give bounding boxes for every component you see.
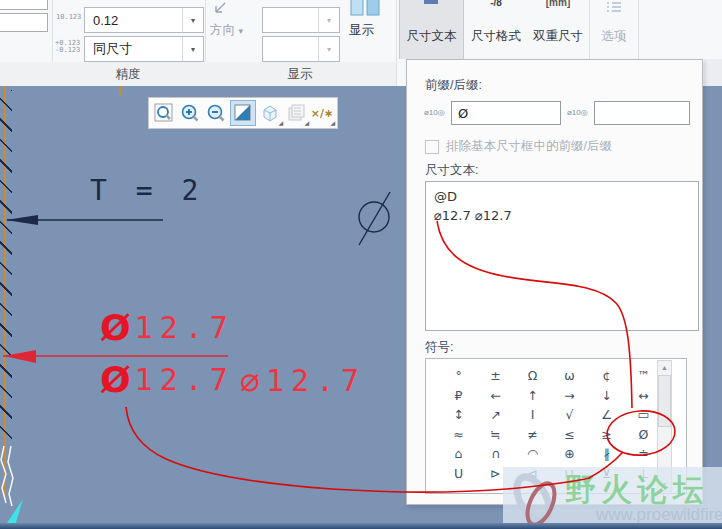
symbols-label: 符号: bbox=[425, 339, 453, 356]
symbol-cell[interactable]: ≒ bbox=[477, 425, 514, 445]
diameter-symbol: ⌀ bbox=[240, 363, 260, 396]
symbol-cell[interactable]: ≈ bbox=[440, 425, 477, 445]
exclude-prefix-checkbox-row: 排除基本尺寸框中的前缀/后缀 bbox=[425, 138, 612, 155]
mm-unit-icon: [mm] bbox=[528, 0, 588, 8]
symbol-cell[interactable]: ↓ bbox=[588, 386, 625, 406]
display-style-button[interactable]: ◢ bbox=[258, 101, 282, 125]
watermark-logo bbox=[505, 471, 567, 529]
dimension-red-3[interactable]: ⌀ 12.7 bbox=[240, 363, 366, 396]
bottom-edge-strip bbox=[0, 523, 722, 529]
symbol-cell[interactable]: I bbox=[514, 405, 551, 425]
symbol-cell[interactable]: ◠ bbox=[514, 444, 551, 464]
tolerance-precision-combobox[interactable]: 同尺寸 ▾ bbox=[84, 36, 204, 62]
symbol-cell[interactable]: U bbox=[440, 464, 477, 484]
checkbox[interactable] bbox=[425, 140, 439, 154]
scrollbar-thumb[interactable] bbox=[658, 375, 671, 427]
tolerance-precision-icon: +0.123 -0.123 bbox=[55, 40, 80, 54]
symbol-cell[interactable]: ⊕ bbox=[551, 444, 588, 464]
display-columns-icon bbox=[350, 0, 382, 16]
cropped-tab-icon bbox=[424, 0, 438, 4]
chevron-down-icon[interactable]: ▾ bbox=[182, 37, 203, 61]
diameter-symbol: Ø bbox=[100, 310, 131, 346]
watermark: 野火论坛 www.proewildfire.cn bbox=[503, 467, 722, 529]
symbols-grid: °±Ωω¢™₽←↑→↓↔↕↗I√∠▭≈≒≠≤≥Ø⌂∩◠⊕∦≐U⊳⊲⊔⊻⊥ bbox=[440, 366, 662, 483]
prefix-field-icon: ⌀10◎ bbox=[424, 108, 445, 117]
symbol-cell[interactable]: ↗ bbox=[477, 405, 514, 425]
tab-dimension-format[interactable]: -/8 尺寸格式 bbox=[465, 0, 527, 59]
symbol-cell[interactable]: ± bbox=[477, 366, 514, 386]
chevron-down-icon[interactable]: ▾ bbox=[182, 8, 203, 32]
symbol-cell[interactable]: ↑ bbox=[514, 386, 551, 406]
chevron-down-icon[interactable]: ◢ bbox=[330, 119, 335, 126]
chevron-down-icon: ▾ bbox=[238, 26, 243, 36]
repaint-button[interactable] bbox=[230, 100, 256, 126]
zoom-in-button[interactable] bbox=[178, 101, 202, 125]
suffix-field-icon: ⌀10◎ bbox=[567, 108, 588, 117]
diameter-symbol: Ø bbox=[100, 362, 131, 398]
group-label-display: 显示 bbox=[230, 66, 370, 83]
symbol-cell[interactable]: √ bbox=[551, 405, 588, 425]
options-list-icon bbox=[606, 0, 622, 14]
show-button[interactable]: 显示 bbox=[349, 22, 374, 39]
view-toolbar: ◢ ◢ ×/∗ ◢ bbox=[148, 97, 338, 129]
decimal-places-value: 0.12 bbox=[85, 13, 182, 28]
symbol-cell[interactable]: Ω bbox=[514, 366, 551, 386]
watermark-url: www.proewildfire.cn bbox=[596, 505, 722, 525]
orientation-arrow-icon bbox=[212, 2, 228, 17]
app-window: 10.123 0.12 ▾ +0.123 -0.123 同尺寸 ▾ 方向 ▾ ▾… bbox=[0, 0, 722, 529]
section-hatch-marks bbox=[0, 90, 12, 446]
dimension-t2-text[interactable]: T = 2 bbox=[90, 174, 204, 207]
tab-dimension-text[interactable]: 尺寸文本 bbox=[399, 0, 464, 59]
checkbox-label: 排除基本尺寸框中的前缀/后缀 bbox=[446, 138, 612, 155]
cropped-input-bottom[interactable] bbox=[0, 13, 48, 32]
suffix-input[interactable] bbox=[594, 101, 690, 125]
display-combobox-1[interactable]: ▾ bbox=[262, 7, 340, 33]
dimension-red-1[interactable]: Ø 12.7 bbox=[100, 310, 235, 346]
scroll-up-button[interactable]: ▲ bbox=[658, 361, 671, 374]
cropped-input-top[interactable] bbox=[0, 0, 48, 10]
ribbon-filler bbox=[704, 59, 722, 86]
symbol-cell[interactable]: ∩ bbox=[477, 444, 514, 464]
dimension-text-area[interactable]: @D ⌀12.7 ⌀12.7 bbox=[425, 181, 699, 331]
decimal-places-icon: 10.123 bbox=[56, 14, 81, 21]
symbol-cell[interactable]: ≥ bbox=[588, 425, 625, 445]
tab-options[interactable]: 选项 bbox=[591, 0, 637, 59]
chevron-down-icon[interactable]: ▾ bbox=[318, 8, 339, 32]
symbol-cell[interactable]: → bbox=[551, 386, 588, 406]
dimension-text-label: 尺寸文本: bbox=[425, 162, 478, 179]
symbol-cell[interactable]: ← bbox=[477, 386, 514, 406]
symbol-cell[interactable]: ↕ bbox=[440, 405, 477, 425]
symbol-cell[interactable]: ∦ bbox=[588, 444, 625, 464]
chevron-down-icon[interactable]: ◢ bbox=[304, 119, 309, 126]
group-label-precision: 精度 bbox=[58, 66, 198, 83]
prefix-suffix-label: 前缀/后缀: bbox=[425, 77, 482, 94]
chevron-down-icon[interactable]: ▾ bbox=[318, 37, 339, 61]
annotation-symbols-button[interactable]: ×/∗ ◢ bbox=[310, 101, 334, 125]
fraction-icon: -/8 bbox=[465, 0, 527, 8]
display-combobox-2[interactable]: ▾ bbox=[262, 36, 340, 62]
chevron-down-icon[interactable]: ◢ bbox=[278, 119, 283, 126]
zoom-out-button[interactable] bbox=[204, 101, 228, 125]
symbol-cell[interactable]: ≠ bbox=[514, 425, 551, 445]
tolerance-precision-value: 同尺寸 bbox=[85, 40, 182, 58]
layers-button[interactable]: ◢ bbox=[284, 101, 308, 125]
decimal-places-combobox[interactable]: 0.12 ▾ bbox=[84, 7, 204, 33]
symbol-cell[interactable]: ° bbox=[440, 366, 477, 386]
tab-dual-dimension[interactable]: [mm] 双重尺寸 bbox=[528, 0, 588, 59]
prefix-input[interactable] bbox=[451, 101, 561, 125]
sheet-border-tick bbox=[119, 86, 121, 95]
symbol-cell[interactable]: ω bbox=[551, 366, 588, 386]
zoom-window-button[interactable] bbox=[152, 101, 176, 125]
symbol-cell[interactable]: ⌂ bbox=[440, 444, 477, 464]
symbol-cell[interactable]: ≤ bbox=[551, 425, 588, 445]
symbol-cell[interactable]: ₽ bbox=[440, 386, 477, 406]
dimension-text-panel: 前缀/后缀: ⌀10◎ ⌀10◎ 排除基本尺寸框中的前缀/后缀 尺寸文本: @D… bbox=[406, 59, 703, 505]
symbol-cell[interactable]: ∠ bbox=[588, 405, 625, 425]
dimension-red-2[interactable]: Ø 12.7 bbox=[100, 362, 235, 398]
symbol-cell[interactable]: ¢ bbox=[588, 366, 625, 386]
direction-dropdown[interactable]: 方向 ▾ bbox=[210, 22, 243, 39]
